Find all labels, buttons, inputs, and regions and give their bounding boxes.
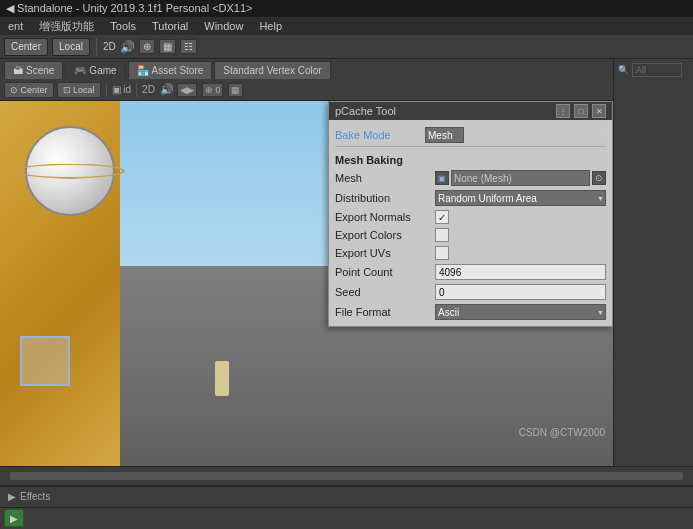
pcache-menu-icon[interactable]: ⋮ xyxy=(556,104,570,118)
mesh-input[interactable] xyxy=(451,170,590,186)
distribution-select[interactable]: Random Uniform Area Uniform Random xyxy=(435,190,606,206)
gizmos-icon[interactable]: ⊕ xyxy=(139,39,155,54)
export-colors-checkbox[interactable] xyxy=(435,228,449,242)
seed-input[interactable] xyxy=(435,284,606,300)
pcache-minimize-icon[interactable]: □ xyxy=(574,104,588,118)
export-normals-value: ✓ xyxy=(435,210,606,224)
scene-tab-label: Scene xyxy=(26,65,54,76)
effects-text: Effects xyxy=(20,491,50,502)
point-count-input[interactable] xyxy=(435,264,606,280)
toolbar-sep xyxy=(106,83,107,97)
scene-local-btn[interactable]: ⊡ Local xyxy=(57,82,101,98)
menu-bar: ent 增强版功能 Tools Tutorial Window Help xyxy=(0,17,693,35)
scene-audio-icon[interactable]: 🔊 xyxy=(160,83,174,96)
right-inspector: 🔍 xyxy=(613,59,693,466)
export-uvs-checkbox[interactable] xyxy=(435,246,449,260)
center-button[interactable]: Center xyxy=(4,38,48,56)
pcache-panel: pCache Tool ⋮ □ ✕ Bake Mode xyxy=(328,101,613,327)
scene-center-btn[interactable]: ⊙ Center xyxy=(4,82,54,98)
bake-mode-select[interactable]: Mesh Texture xyxy=(425,127,464,143)
asset-store-tab-label: Asset Store xyxy=(152,65,204,76)
inspector-header: 🔍 xyxy=(614,63,693,77)
point-count-label: Point Count xyxy=(335,266,435,278)
pcache-close-icon[interactable]: ✕ xyxy=(592,104,606,118)
bake-mode-label: Bake Mode xyxy=(335,129,425,141)
effects-label[interactable]: ▶ Effects xyxy=(8,491,50,502)
pcache-title-bar: pCache Tool ⋮ □ ✕ xyxy=(329,102,612,120)
export-uvs-label: Export UVs xyxy=(335,247,435,259)
bake-mode-row: Bake Mode Mesh Texture xyxy=(335,124,606,147)
scene-tabs-row: 🏔 Scene 🎮 Game 🏪 Asset Store Standard Ve… xyxy=(0,59,613,79)
effects-panel: ▶ Effects xyxy=(0,485,693,507)
menu-item-help[interactable]: Help xyxy=(255,20,286,32)
seed-value xyxy=(435,284,606,300)
figure xyxy=(215,361,229,396)
file-format-label: File Format xyxy=(335,306,435,318)
mesh-picker-icon[interactable]: ⊙ xyxy=(592,171,606,185)
scene-gizmos-btn[interactable]: ⊕ 0 xyxy=(202,83,224,97)
layers-icon[interactable]: ☷ xyxy=(180,39,197,54)
scene-fx-btn[interactable]: ◀▶ xyxy=(177,83,197,97)
prop-row-export-normals: Export Normals ✓ xyxy=(335,208,606,226)
mesh-label: Mesh xyxy=(335,172,435,184)
export-uvs-value xyxy=(435,246,606,260)
game-tab-icon: 🎮 xyxy=(74,65,86,76)
bottom-bar xyxy=(0,466,693,485)
file-format-select-wrapper: Ascii Binary xyxy=(435,304,606,320)
prop-row-distribution: Distribution Random Uniform Area Uniform… xyxy=(335,188,606,208)
export-colors-label: Export Colors xyxy=(335,229,435,241)
local-button[interactable]: Local xyxy=(52,38,90,56)
pcache-title-icons: ⋮ □ ✕ xyxy=(556,104,606,118)
point-count-value xyxy=(435,264,606,280)
mesh-type-icon: ▣ xyxy=(435,171,449,185)
inspector-search[interactable] xyxy=(632,63,682,77)
search-icon: 🔍 xyxy=(618,65,629,75)
menu-item-tutorial[interactable]: Tutorial xyxy=(148,20,192,32)
menu-item-enhanced[interactable]: 增强版功能 xyxy=(35,19,98,34)
export-colors-value xyxy=(435,228,606,242)
bake-mode-select-wrapper: Mesh Texture xyxy=(425,127,606,143)
title-text: ◀ Standalone - Unity 2019.3.1f1 Personal… xyxy=(6,2,253,15)
scene-grid-btn[interactable]: ▦ xyxy=(228,83,243,97)
2d-toggle[interactable]: 2D xyxy=(103,41,116,52)
watermark: CSDN @CTW2000 xyxy=(519,427,605,438)
file-format-select[interactable]: Ascii Binary xyxy=(435,304,606,320)
stats-icon[interactable]: ▦ xyxy=(159,39,176,54)
audio-icon[interactable]: 🔊 xyxy=(120,40,135,54)
app-window: ◀ Standalone - Unity 2019.3.1f1 Personal… xyxy=(0,0,693,529)
export-normals-checkbox[interactable]: ✓ xyxy=(435,210,449,224)
play-bar: ▶ xyxy=(0,507,693,529)
viewport: pCache Tool ⋮ □ ✕ Bake Mode xyxy=(0,101,613,466)
main-toolbar: Center Local 2D 🔊 ⊕ ▦ ☷ xyxy=(0,35,693,59)
cube xyxy=(20,336,70,386)
mesh-field: ▣ ⊙ xyxy=(435,170,606,186)
separator xyxy=(96,38,97,56)
tab-asset-store[interactable]: 🏪 Asset Store xyxy=(128,61,213,79)
pcache-title-text: pCache Tool xyxy=(335,105,396,117)
menu-item-window[interactable]: Window xyxy=(200,20,247,32)
prop-row-point-count: Point Count xyxy=(335,262,606,282)
prop-row-file-format: File Format Ascii Binary xyxy=(335,302,606,322)
asset-store-tab-icon: 🏪 xyxy=(137,65,149,76)
scene-toolbar: ⊙ Center ⊡ Local ▣ id 2D 🔊 ◀▶ ⊕ 0 ▦ xyxy=(0,79,613,101)
game-tab-label: Game xyxy=(89,65,116,76)
scene-2d-btn[interactable]: 2D xyxy=(142,84,155,95)
menu-item-tools[interactable]: Tools xyxy=(106,20,140,32)
tab-scene[interactable]: 🏔 Scene xyxy=(4,61,63,79)
tab-game[interactable]: 🎮 Game xyxy=(65,61,125,79)
prop-row-export-colors: Export Colors xyxy=(335,226,606,244)
scroll-bar[interactable] xyxy=(10,472,683,480)
menu-item-ent[interactable]: ent xyxy=(4,20,27,32)
prop-row-mesh: Mesh ▣ ⊙ xyxy=(335,168,606,188)
top-area: 🏔 Scene 🎮 Game 🏪 Asset Store Standard Ve… xyxy=(0,59,693,466)
prop-row-seed: Seed xyxy=(335,282,606,302)
id-field[interactable]: ▣ id xyxy=(112,84,132,95)
distribution-label: Distribution xyxy=(335,192,435,204)
checkmark: ✓ xyxy=(438,212,446,223)
play-button[interactable]: ▶ xyxy=(4,509,24,527)
scene-tab-icon: 🏔 xyxy=(13,65,23,76)
left-area: 🏔 Scene 🎮 Game 🏪 Asset Store Standard Ve… xyxy=(0,59,613,466)
vertex-tab-label: Standard Vertex Color xyxy=(223,65,321,76)
pcache-body: Bake Mode Mesh Texture Mesh Baking xyxy=(329,120,612,326)
tab-vertex-color[interactable]: Standard Vertex Color xyxy=(214,61,330,79)
